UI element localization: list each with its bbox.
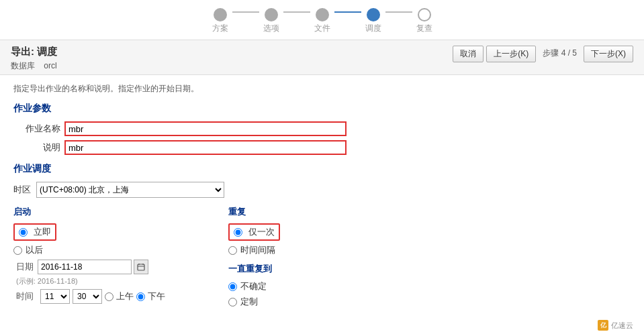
one-time-repeat-box: 一直重复到 不确定 定制	[228, 263, 430, 308]
schedule-section: 作业调度 时区 (UTC+08:00) 北京，上海 启动 立即	[13, 163, 631, 311]
custom-label: 定制	[240, 296, 258, 308]
action-bar: 取消 上一步(K) 步骤 4 / 5 下一步(X)	[453, 46, 633, 62]
two-col-layout: 启动 立即 以后 日期	[13, 206, 631, 311]
job-desc-label: 说明	[13, 142, 60, 154]
step-1-label: 方案	[212, 23, 228, 34]
repeat-box: 重复 仅一次 时间间隔	[228, 206, 430, 256]
step-3-label: 文件	[314, 23, 330, 34]
header-left: 导出: 调度 数据库 orcl	[11, 46, 57, 72]
time-label: 时间	[16, 290, 34, 302]
schedule-title: 作业调度	[13, 163, 631, 175]
job-desc-row: 说明	[13, 140, 631, 155]
startup-title: 启动	[13, 206, 215, 218]
db-info: 数据库 orcl	[11, 60, 57, 72]
calendar-button[interactable]	[134, 260, 148, 274]
one-time-title: 一直重复到	[228, 263, 430, 275]
connector-3	[334, 11, 361, 13]
interval-row: 时间间隔	[228, 244, 430, 256]
once-radio[interactable]	[234, 228, 242, 237]
am-radio[interactable]	[105, 292, 113, 301]
repeat-title: 重复	[228, 206, 430, 218]
am-label: 上午	[116, 290, 134, 302]
job-desc-input[interactable]	[64, 140, 347, 155]
once-row: 仅一次	[228, 223, 430, 241]
immediately-radio[interactable]	[19, 228, 28, 237]
svg-rect-0	[138, 264, 144, 270]
immediately-label: 立即	[34, 226, 51, 238]
watermark-text: 亿速云	[611, 321, 633, 331]
pm-radio[interactable]	[136, 292, 145, 301]
wizard-steps: 方案 选项 文件 调度 复查	[0, 0, 644, 40]
step-4-label: 调度	[365, 23, 381, 34]
hour-select[interactable]: 11	[40, 289, 70, 304]
job-name-label: 作业名称	[13, 123, 60, 135]
pm-label: 下午	[148, 290, 165, 302]
step-1: 方案	[212, 8, 228, 34]
custom-radio[interactable]	[228, 298, 237, 306]
interval-radio[interactable]	[228, 246, 237, 255]
date-label: 日期	[16, 261, 34, 273]
step-3-circle	[316, 8, 329, 21]
main-content: 指定导出作业的名称和说明。指定作业的开始日期。 作业参数 作业名称 说明 作业调…	[0, 75, 644, 319]
watermark-logo: 亿	[598, 320, 608, 331]
date-input[interactable]	[38, 260, 132, 274]
date-hint: (示例: 2016-11-18)	[16, 276, 215, 286]
connector-4	[385, 11, 412, 13]
immediately-row: 立即	[13, 223, 215, 241]
custom-row: 定制	[228, 296, 430, 308]
indefinite-radio[interactable]	[228, 282, 237, 291]
db-value: orcl	[44, 61, 56, 70]
right-col: 重复 仅一次 时间间隔	[228, 206, 430, 311]
step-2-label: 选项	[263, 23, 279, 34]
connector-1	[232, 11, 259, 13]
step-5: 复查	[416, 8, 432, 34]
connector-2	[283, 11, 310, 13]
step-1-circle	[214, 8, 227, 21]
job-params-title: 作业参数	[13, 103, 631, 115]
step-2: 选项	[263, 8, 279, 34]
once-option[interactable]: 仅一次	[228, 223, 280, 241]
step-info: 步骤 4 / 5	[539, 46, 581, 62]
prev-button[interactable]: 上一步(K)	[486, 46, 536, 62]
page-title: 导出: 调度	[11, 46, 57, 58]
step-4-circle	[367, 8, 380, 21]
step-4: 调度	[365, 8, 381, 34]
instruction-text: 指定导出作业的名称和说明。指定作业的开始日期。	[13, 83, 631, 95]
interval-label: 时间间隔	[240, 244, 275, 256]
db-label: 数据库	[11, 61, 35, 70]
job-name-input[interactable]	[64, 121, 347, 136]
date-hint-text: (示例: 2016-11-18)	[16, 277, 78, 285]
indefinite-label: 不确定	[240, 280, 267, 292]
later-row: 以后	[13, 244, 215, 256]
watermark: 亿 亿速云	[598, 320, 633, 331]
tz-label: 时区	[13, 184, 31, 196]
startup-box: 启动 立即 以后 日期	[13, 206, 215, 311]
later-label: 以后	[26, 244, 43, 256]
time-row: 时间 11 30 上午 下午	[16, 289, 215, 304]
timezone-row: 时区 (UTC+08:00) 北京，上海	[13, 182, 631, 198]
indefinite-row: 不确定	[228, 280, 430, 292]
later-radio[interactable]	[13, 246, 22, 255]
step-5-circle	[418, 8, 431, 21]
cancel-button[interactable]: 取消	[453, 46, 484, 62]
minute-select[interactable]: 30	[73, 289, 102, 304]
calendar-icon	[137, 263, 145, 271]
date-row: 日期	[16, 260, 215, 274]
next-button[interactable]: 下一步(X)	[584, 46, 633, 62]
once-label: 仅一次	[248, 226, 275, 238]
header-row: 导出: 调度 数据库 orcl 取消 上一步(K) 步骤 4 / 5 下一步(X…	[0, 40, 644, 75]
watermark-logo-text: 亿	[600, 321, 606, 330]
timezone-select[interactable]: (UTC+08:00) 北京，上海	[36, 182, 224, 198]
step-2-circle	[265, 8, 278, 21]
step-3: 文件	[314, 8, 330, 34]
job-name-row: 作业名称	[13, 121, 631, 136]
step-5-label: 复查	[416, 23, 432, 34]
immediately-option[interactable]: 立即	[13, 223, 56, 241]
